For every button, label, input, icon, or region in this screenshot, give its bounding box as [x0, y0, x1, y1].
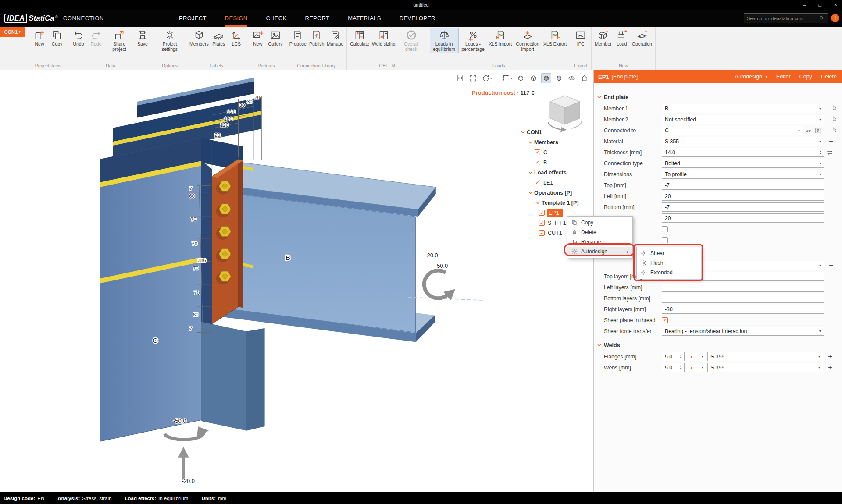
editor-button[interactable]: Editor: [776, 74, 791, 80]
tree-item-b[interactable]: ✓B: [520, 157, 594, 167]
checkbox-shear-plane-in-thread[interactable]: ✓: [662, 317, 668, 323]
select-connected-to[interactable]: C▾: [662, 126, 803, 135]
ribbon-button-copy[interactable]: Copy: [48, 28, 66, 48]
tree-checkbox[interactable]: ✓: [535, 160, 540, 165]
ribbon-button-redo[interactable]: Redo: [87, 28, 105, 48]
ribbon-button-project-settings[interactable]: Project settings: [155, 28, 184, 53]
spin-thickness-mm[interactable]: 14.0▴▾: [662, 148, 824, 157]
minimize-button[interactable]: –: [803, 2, 806, 7]
tree-checkbox[interactable]: ✓: [535, 149, 540, 155]
submenu-item-shear[interactable]: Shear: [637, 248, 701, 258]
pick-in-scene-button[interactable]: [831, 127, 838, 135]
viewport-tool-wireframe-view-icon[interactable]: [516, 73, 526, 83]
ribbon-button-calculate[interactable]: Calculate: [349, 28, 371, 48]
add-button[interactable]: +: [829, 262, 833, 269]
submenu-item-flush[interactable]: Flush: [637, 258, 701, 268]
context-menu-item-autodesign[interactable]: Autodesign›: [567, 247, 632, 256]
ribbon-button-xls-import[interactable]: XLSXLS Import: [488, 28, 514, 48]
input-bottom-mm[interactable]: [662, 202, 824, 212]
add-button[interactable]: +: [828, 364, 832, 371]
ribbon-button-gallery[interactable]: Gallery: [267, 28, 284, 48]
project-item-tab-con1[interactable]: CON1 ▾: [0, 27, 25, 37]
select-weld-material[interactable]: S 355▾: [707, 363, 823, 372]
menu-design[interactable]: DESIGN: [225, 10, 248, 27]
weld-type-select[interactable]: ▾: [687, 363, 705, 372]
tree-expander[interactable]: [520, 131, 526, 134]
search-box[interactable]: [744, 13, 828, 23]
ribbon-button-weld-sizing[interactable]: Weld sizing: [371, 28, 397, 48]
input-left-layers-mm[interactable]: [662, 283, 824, 292]
spinner-arrows[interactable]: ▴▾: [820, 150, 821, 155]
checkbox-checkbox[interactable]: [662, 237, 668, 243]
viewport-tool-solid-view-icon[interactable]: [541, 73, 551, 83]
close-button[interactable]: ✕: [834, 2, 838, 8]
context-menu-item-delete[interactable]: Delete: [567, 227, 632, 237]
detail-pick-icon[interactable]: [814, 127, 821, 134]
add-button[interactable]: +: [828, 353, 832, 360]
submenu-item-extended[interactable]: Extended: [637, 268, 701, 277]
tree-checkbox[interactable]: ✓: [539, 230, 545, 236]
viewport-tool-transparent-view-icon[interactable]: [554, 73, 564, 83]
input-left-mm[interactable]: [662, 192, 824, 201]
viewport-tool-visibility-icon[interactable]: [567, 73, 577, 83]
select-material[interactable]: S 355▾: [662, 137, 824, 146]
menu-check[interactable]: CHECK: [266, 10, 286, 27]
viewport-tool-section-icon[interactable]: ▾: [501, 73, 514, 83]
ribbon-button-connection-import[interactable]: Connection Import: [513, 28, 542, 53]
menu-developer[interactable]: DEVELOPER: [400, 10, 435, 27]
tree-expander[interactable]: [535, 202, 541, 204]
viewport-tool-dimensions-icon[interactable]: [455, 73, 465, 83]
tree-checkbox[interactable]: ✓: [539, 220, 545, 226]
autodesign-dropdown[interactable]: Autodesign ▾: [735, 74, 767, 80]
select-connection-type[interactable]: Bolted▾: [662, 159, 824, 168]
ribbon-button-overall-check[interactable]: Overall check: [397, 28, 426, 53]
tree-expander[interactable]: [527, 192, 533, 194]
tree-item-members[interactable]: Members: [520, 137, 594, 147]
ribbon-button-load[interactable]: Load: [613, 28, 631, 48]
pick-in-scene-button[interactable]: [831, 116, 838, 124]
tree-item-con1[interactable]: CON1: [520, 127, 594, 137]
tree-item-operations-p[interactable]: Operations [P]: [520, 188, 594, 198]
ribbon-button-new[interactable]: New: [249, 28, 267, 48]
select-weld-material[interactable]: S 355▾: [707, 352, 823, 361]
spin-flanges-mm[interactable]: 5.0▴▾: [662, 352, 685, 361]
ribbon-button-share-project[interactable]: Share project: [105, 28, 134, 53]
viewport-3d[interactable]: 2030220301801202076070703867070607-20.05…: [0, 70, 593, 492]
viewport-tool-orbit-icon[interactable]: ▾: [481, 73, 493, 83]
ribbon-button-loads-in-equilibrium[interactable]: Loads in equilibrium: [430, 28, 459, 53]
spinner-arrows[interactable]: ▴▾: [680, 366, 681, 370]
input-right-layers-mm[interactable]: [662, 305, 824, 314]
ribbon-button-members[interactable]: Members: [188, 28, 210, 48]
maximize-button[interactable]: □: [818, 2, 821, 7]
ribbon-button-undo[interactable]: Undo: [70, 28, 87, 48]
select-member-2[interactable]: Not specified▾: [662, 115, 824, 124]
tree-item-template-1-p[interactable]: Template 1 [P]: [520, 198, 594, 208]
select-member-1[interactable]: B▾: [662, 104, 824, 113]
pick-in-scene-button[interactable]: [831, 105, 838, 113]
ribbon-button-lcs[interactable]: LCS: [228, 28, 245, 48]
menu-materials[interactable]: MATERIALS: [348, 10, 381, 27]
ribbon-button-ifc[interactable]: IFCIFC: [572, 28, 589, 48]
ribbon-button-plates[interactable]: Plates: [210, 28, 228, 48]
tree-expander[interactable]: [527, 141, 533, 144]
copy-operation-button[interactable]: Copy: [799, 74, 812, 80]
tree-expander[interactable]: [527, 171, 533, 174]
spin-webs-mm[interactable]: 5.0▴▾: [662, 363, 685, 372]
ribbon-button-loads-percentage[interactable]: Loads - percentage: [459, 28, 488, 53]
tree-checkbox[interactable]: ✓: [535, 180, 540, 185]
viewport-tool-fit-view-icon[interactable]: [468, 73, 478, 83]
swap-icon[interactable]: [826, 149, 833, 156]
ribbon-button-member[interactable]: Member: [593, 28, 613, 48]
tree-item-le1[interactable]: ✓LE1: [520, 177, 594, 188]
tree-checkbox[interactable]: ✓: [539, 210, 545, 216]
ribbon-button-publish[interactable]: Publish: [308, 28, 325, 48]
input-top-mm[interactable]: [662, 181, 824, 190]
tree-item-load-effects[interactable]: Load effects: [520, 167, 594, 177]
menu-report[interactable]: REPORT: [305, 10, 329, 27]
menu-project[interactable]: PROJECT: [179, 10, 207, 27]
viewport-tool-home-icon[interactable]: [579, 73, 589, 83]
ribbon-button-propose[interactable]: Propose: [288, 28, 308, 48]
spinner-arrows[interactable]: ▴▾: [680, 355, 681, 359]
add-button[interactable]: +: [829, 138, 833, 145]
ribbon-button-new[interactable]: New: [31, 28, 48, 48]
